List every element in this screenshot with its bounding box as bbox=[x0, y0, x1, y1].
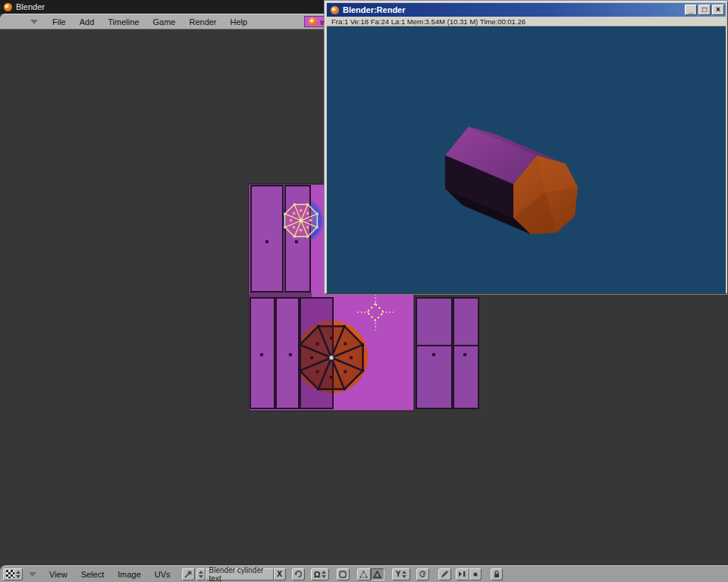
menu-file[interactable]: File bbox=[46, 17, 73, 27]
editor-type-stepper-icon bbox=[16, 571, 20, 578]
close-button[interactable]: × bbox=[712, 5, 724, 15]
rounded-square-icon bbox=[339, 571, 347, 578]
uv-cap-center-vertex[interactable] bbox=[330, 356, 334, 360]
select-mode-square-button[interactable] bbox=[337, 568, 350, 580]
pencil-button[interactable] bbox=[438, 568, 451, 580]
triangle-dots-icon bbox=[359, 571, 368, 578]
unlink-image-button[interactable]: X bbox=[274, 568, 286, 580]
record-button[interactable] bbox=[469, 568, 482, 580]
uv-strips-top[interactable] bbox=[251, 186, 310, 292]
curl-icon bbox=[419, 570, 427, 578]
playback-button[interactable] bbox=[456, 568, 469, 580]
collapse-menus-icon[interactable] bbox=[30, 20, 38, 24]
omega-icon: Ω bbox=[314, 570, 321, 579]
pin-button[interactable] bbox=[182, 568, 195, 580]
image-name-field[interactable]: Blender cylinder text bbox=[206, 568, 274, 580]
y-icon: Y bbox=[396, 570, 401, 578]
uv-editor-header: View Select Image UVs Blender cylinder t… bbox=[0, 565, 728, 582]
menu-render[interactable]: Render bbox=[182, 17, 223, 27]
image-editor-icon bbox=[6, 570, 14, 578]
sticky-select-button[interactable]: Y bbox=[392, 568, 410, 580]
sticky-stepper-icon bbox=[402, 571, 406, 578]
image-browse-stepper[interactable] bbox=[196, 568, 206, 580]
render-window-titlebar[interactable]: Blender:Render _ □ × bbox=[327, 3, 726, 17]
sync-stepper-icon bbox=[322, 571, 326, 578]
lock-button[interactable] bbox=[491, 568, 503, 580]
render-window-title: Blender:Render bbox=[343, 5, 406, 14]
collapse-menus-icon[interactable] bbox=[29, 572, 36, 577]
dot-icon bbox=[472, 571, 479, 577]
lock-icon bbox=[493, 570, 500, 578]
menu-add[interactable]: Add bbox=[73, 17, 102, 27]
editor-type-button[interactable] bbox=[3, 568, 23, 580]
proportional-edit-button[interactable] bbox=[416, 568, 429, 580]
face-select-button[interactable] bbox=[371, 568, 384, 580]
menu-view[interactable]: View bbox=[42, 570, 74, 579]
blender-logo-icon bbox=[331, 6, 339, 14]
main-window-title: Blender bbox=[16, 2, 45, 11]
blender-logo-icon bbox=[309, 17, 317, 26]
maximize-button[interactable]: □ bbox=[698, 5, 711, 15]
octagonal-prism bbox=[445, 127, 578, 234]
menu-help[interactable]: Help bbox=[224, 17, 255, 27]
keyframe-arrows-icon bbox=[458, 571, 466, 577]
uv-sync-button[interactable]: Ω bbox=[311, 568, 329, 580]
menu-uvs[interactable]: UVs bbox=[148, 570, 177, 579]
render-result-view bbox=[327, 27, 726, 293]
menu-select[interactable]: Select bbox=[74, 570, 111, 579]
menu-game[interactable]: Game bbox=[146, 17, 182, 27]
menu-image[interactable]: Image bbox=[111, 570, 148, 579]
rendered-cylinder bbox=[327, 27, 726, 293]
pin-icon bbox=[184, 570, 193, 578]
uv-cap-fan-bottom[interactable] bbox=[299, 325, 364, 390]
browse-stepper-icon bbox=[198, 571, 204, 578]
uv-selected-center-vertex[interactable] bbox=[300, 219, 303, 222]
minimize-button[interactable]: _ bbox=[685, 5, 697, 15]
render-stats-text: Fra:1 Ve:18 Fa:24 La:1 Mem:3.54M (10.31 … bbox=[331, 17, 526, 26]
triangle-icon bbox=[373, 571, 381, 578]
vertex-select-button[interactable] bbox=[357, 568, 371, 580]
menu-timeline[interactable]: Timeline bbox=[101, 17, 146, 27]
render-stats-bar: Fra:1 Ve:18 Fa:24 La:1 Mem:3.54M (10.31 … bbox=[327, 17, 726, 27]
refresh-icon bbox=[294, 570, 303, 578]
refresh-button[interactable] bbox=[292, 568, 305, 580]
render-window[interactable]: Blender:Render _ □ × Fra:1 Ve:18 Fa:24 L… bbox=[325, 1, 728, 294]
blender-logo-icon bbox=[4, 3, 12, 11]
pencil-icon bbox=[441, 570, 449, 578]
